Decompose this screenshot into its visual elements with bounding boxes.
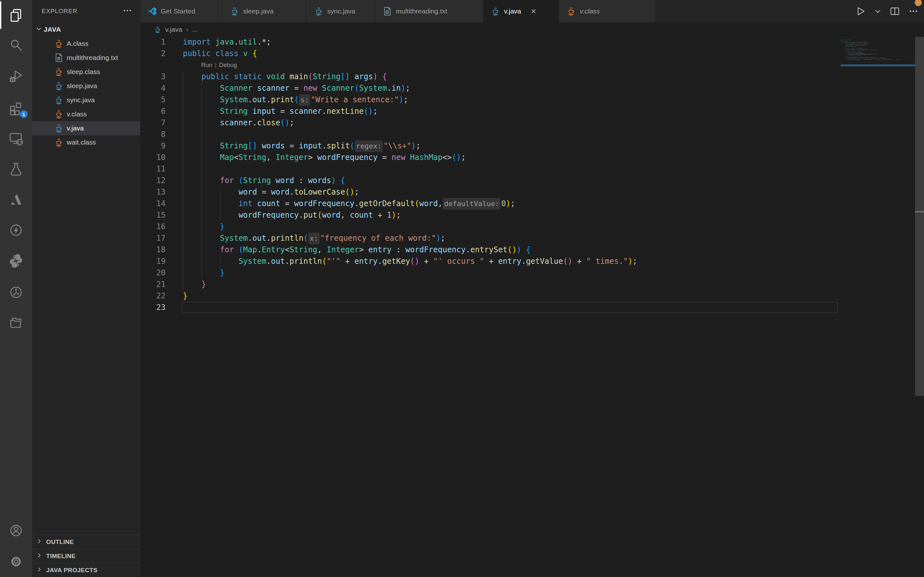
code-line-1[interactable]: 1import java.util.*;	[140, 36, 924, 48]
activitybar-extensions-icon[interactable]: 1	[0, 93, 32, 123]
line-number[interactable]: 19	[140, 255, 166, 267]
line-number[interactable]: 10	[140, 152, 166, 163]
breadcrumb[interactable]: v.java › ...	[140, 23, 924, 36]
file-row-sleep.java[interactable]: sleep.java	[32, 79, 140, 93]
code-line-5[interactable]: 5System.out.print(s:"Write a sentence:")…	[140, 94, 924, 105]
code-line-23[interactable]: 23	[140, 301, 924, 313]
activitybar-explorer-icon[interactable]	[0, 1, 32, 30]
activitybar-thunder-client-icon[interactable]	[0, 215, 32, 245]
activitybar-settings-gear-icon[interactable]	[0, 547, 32, 576]
minimap-current-line-bar	[841, 64, 915, 66]
section-java-projects[interactable]: JAVA PROJECTS	[32, 563, 140, 577]
code-editor[interactable]: 1import java.util.*;2public class v {Run…	[140, 36, 924, 313]
code-line-16[interactable]: 16}	[140, 221, 924, 232]
line-number[interactable]: 23	[140, 301, 166, 313]
breadcrumb-ellipsis[interactable]: ...	[192, 26, 198, 33]
activitybar-remote-explorer-icon[interactable]	[0, 124, 32, 153]
activitybar-project-manager-icon[interactable]	[0, 308, 32, 337]
editor-actions	[856, 0, 918, 23]
line-number[interactable]: 13	[140, 186, 166, 198]
line-number[interactable]: 18	[140, 244, 166, 255]
file-row-A.class[interactable]: A.class	[32, 37, 140, 51]
split-editor-button[interactable]	[890, 6, 900, 16]
chevron-down-icon	[34, 26, 44, 33]
code-line-17[interactable]: 17System.out.println(x:"frequency of eac…	[140, 232, 924, 244]
activitybar-testing-icon[interactable]	[0, 155, 32, 184]
line-number[interactable]: 8	[140, 129, 166, 140]
activitybar-python-icon[interactable]	[0, 246, 32, 276]
more-actions-button[interactable]	[909, 6, 918, 16]
tab-v.java[interactable]: v.java	[483, 0, 559, 23]
code-line-13[interactable]: 13word = word.toLowerCase();	[140, 186, 924, 198]
explorer-more-actions-icon[interactable]	[121, 6, 134, 16]
line-number[interactable]: 14	[140, 198, 166, 210]
code-line-15[interactable]: 15wordFrequency.put(word, count + 1);	[140, 210, 924, 221]
codelens-run-debug[interactable]: Run|Debug	[201, 59, 237, 71]
code-line-20[interactable]: 20}	[140, 267, 924, 279]
line-number[interactable]: 15	[140, 210, 166, 221]
code-line-8[interactable]: 8	[140, 129, 924, 140]
section-timeline[interactable]: TIMELINE	[32, 549, 140, 563]
file-row-v.java[interactable]: v.java	[32, 121, 140, 135]
line-number[interactable]: 1	[140, 36, 166, 48]
code-line-2[interactable]: 2public class v {	[140, 48, 924, 59]
minimap[interactable]: import java.util.*;public class v {publi…	[841, 39, 915, 305]
code-line-22[interactable]: 22}	[140, 290, 924, 301]
code-line-14[interactable]: 14int count = wordFrequency.getOrDefault…	[140, 198, 924, 210]
section-outline[interactable]: OUTLINE	[32, 535, 140, 549]
code-line-11[interactable]: 11	[140, 163, 924, 175]
tab-multithreading.txt[interactable]: multithreading.txt	[375, 0, 483, 23]
activitybar-run-debug-icon[interactable]	[0, 61, 32, 91]
indent-guide	[202, 129, 202, 140]
vscode-icon	[147, 6, 157, 16]
line-number[interactable]: 9	[140, 140, 166, 152]
tab-label: v.java	[504, 7, 521, 15]
code-line-7[interactable]: 7scanner.close();	[140, 117, 924, 129]
line-number[interactable]: 3	[140, 71, 166, 82]
tab-v.class[interactable]: v.class	[559, 0, 656, 23]
code-line-10[interactable]: 10Map<String, Integer> wordFrequency = n…	[140, 152, 924, 163]
line-number[interactable]: 6	[140, 105, 166, 117]
tab-sync.java[interactable]: sync.java	[307, 0, 375, 23]
line-number[interactable]: 5	[140, 94, 166, 105]
file-row-wait.class[interactable]: wait.class	[32, 135, 140, 149]
code-line-21[interactable]: 21}	[140, 279, 924, 290]
activitybar-live-share-icon[interactable]	[0, 277, 32, 307]
line-number[interactable]: 17	[140, 232, 166, 244]
file-row-multithreading.txt[interactable]: multithreading.txt	[32, 51, 140, 65]
file-row-v.class[interactable]: v.class	[32, 107, 140, 121]
code-line-6[interactable]: 6String input = scanner.nextLine();	[140, 105, 924, 117]
line-number[interactable]: 22	[140, 290, 166, 301]
code-line-3[interactable]: 3public static void main(String[] args) …	[140, 71, 924, 82]
codelens-debug-link[interactable]: Debug	[219, 61, 237, 68]
line-number[interactable]: 7	[140, 117, 166, 129]
activitybar-azure-icon[interactable]	[0, 185, 32, 214]
tab-sleep.java[interactable]: sleep.java	[223, 0, 307, 23]
line-number[interactable]: 11	[140, 163, 166, 175]
close-icon[interactable]	[529, 7, 538, 15]
vertical-scrollbar[interactable]	[915, 37, 924, 396]
run-button[interactable]	[856, 6, 866, 16]
activitybar-accounts-icon[interactable]	[0, 516, 32, 545]
line-number[interactable]: 20	[140, 267, 166, 279]
code-line-9[interactable]: 9String[] words = input.split(regex:"\\s…	[140, 140, 924, 152]
file-row-sync.java[interactable]: sync.java	[32, 93, 140, 107]
code-line-18[interactable]: 18for (Map.Entry<String, Integer> entry …	[140, 244, 924, 255]
code-line-4[interactable]: 4Scanner scanner = new Scanner(System.in…	[140, 82, 924, 94]
line-number[interactable]: 16	[140, 221, 166, 232]
code-line-19[interactable]: 19System.out.println("'" + entry.getKey(…	[140, 255, 924, 267]
activitybar-search-icon[interactable]	[0, 31, 32, 60]
codelens-run-link[interactable]: Run	[201, 61, 212, 68]
folder-row-java[interactable]: JAVA	[32, 23, 140, 37]
run-dropdown-chevron-icon[interactable]	[875, 8, 881, 15]
tab-Get Started[interactable]: Get Started	[140, 0, 223, 23]
code-line-12[interactable]: 12for (String word : words) {	[140, 175, 924, 186]
breadcrumb-chevron-icon: ›	[186, 26, 188, 33]
file-row-sleep.class[interactable]: sleep.class	[32, 65, 140, 79]
breadcrumb-file[interactable]: v.java	[165, 26, 182, 33]
line-number[interactable]: 2	[140, 48, 166, 59]
codelens-row[interactable]: Run|Debug	[140, 59, 924, 71]
line-number[interactable]: 12	[140, 175, 166, 186]
line-number[interactable]: 4	[140, 82, 166, 94]
line-number[interactable]: 21	[140, 279, 166, 290]
